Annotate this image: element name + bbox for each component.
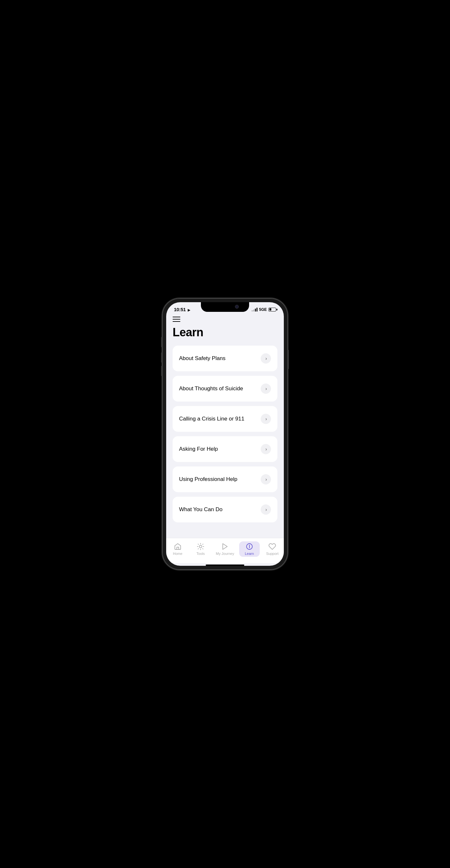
nav-label-home: Home	[173, 552, 182, 556]
menu-line-3	[172, 321, 180, 322]
list-item-using-professional-help[interactable]: Using Professional Help ›	[172, 466, 278, 492]
nav-label-learn: Learn	[245, 552, 254, 556]
bottom-nav: Home Tools My Journey	[166, 538, 284, 563]
chevron-circle: ›	[261, 383, 271, 394]
list-item-label: Calling a Crisis Line or 911	[179, 416, 244, 422]
journey-icon	[221, 542, 229, 550]
home-icon	[174, 542, 182, 550]
chevron-circle: ›	[261, 444, 271, 454]
menu-line-1	[172, 317, 180, 317]
battery-icon	[268, 308, 276, 311]
main-content: Learn About Safety Plans › About Thought…	[166, 314, 284, 538]
list-item-what-you-can-do[interactable]: What You Can Do ›	[172, 497, 278, 522]
svg-marker-2	[223, 544, 227, 550]
menu-line-2	[172, 319, 180, 319]
status-time: 10:51 ▶	[174, 307, 190, 312]
chevron-right-icon: ›	[265, 507, 267, 512]
nav-item-my-journey[interactable]: My Journey	[214, 541, 237, 557]
svg-point-1	[199, 545, 202, 548]
list-item-about-safety-plans[interactable]: About Safety Plans ›	[172, 346, 278, 371]
svg-rect-0	[177, 547, 179, 550]
tools-icon	[197, 542, 204, 550]
location-arrow: ▶	[188, 308, 190, 312]
nav-label-my-journey: My Journey	[216, 552, 234, 556]
list-item-label: About Safety Plans	[179, 355, 226, 362]
chevron-right-icon: ›	[265, 356, 267, 361]
learn-icon	[246, 542, 253, 550]
chevron-circle: ›	[261, 504, 271, 515]
list-item-label: Using Professional Help	[179, 476, 237, 483]
list-item-asking-for-help[interactable]: Asking For Help ›	[172, 436, 278, 462]
chevron-right-icon: ›	[265, 446, 267, 452]
notch	[201, 302, 249, 312]
front-camera	[235, 305, 239, 309]
chevron-right-icon: ›	[265, 386, 267, 391]
chevron-circle: ›	[261, 474, 271, 485]
signal-icon	[252, 308, 257, 311]
nav-item-home[interactable]: Home	[167, 541, 188, 557]
phone-screen: 10:51 ▶ 5GE	[166, 302, 284, 566]
page-title: Learn	[172, 326, 278, 339]
home-indicator	[206, 564, 244, 566]
list-item-label: About Thoughts of Suicide	[179, 385, 243, 392]
list-item-calling-crisis-line[interactable]: Calling a Crisis Line or 911 ›	[172, 406, 278, 432]
nav-item-tools[interactable]: Tools	[190, 541, 211, 557]
list-item-label: Asking For Help	[179, 446, 218, 452]
chevron-circle: ›	[261, 414, 271, 424]
chevron-right-icon: ›	[265, 416, 267, 422]
list-item-about-thoughts-suicide[interactable]: About Thoughts of Suicide ›	[172, 376, 278, 402]
nav-label-support: Support	[266, 552, 279, 556]
chevron-right-icon: ›	[265, 477, 267, 482]
phone-frame: 10:51 ▶ 5GE	[162, 298, 288, 570]
support-icon	[268, 542, 276, 550]
network-type: 5GE	[259, 307, 267, 312]
chevron-circle: ›	[261, 353, 271, 364]
menu-button[interactable]	[172, 317, 180, 322]
list-item-label: What You Can Do	[179, 506, 222, 513]
nav-item-support[interactable]: Support	[262, 541, 283, 557]
nav-label-tools: Tools	[196, 552, 205, 556]
status-right: 5GE	[252, 307, 276, 312]
nav-item-learn[interactable]: Learn	[239, 541, 260, 557]
